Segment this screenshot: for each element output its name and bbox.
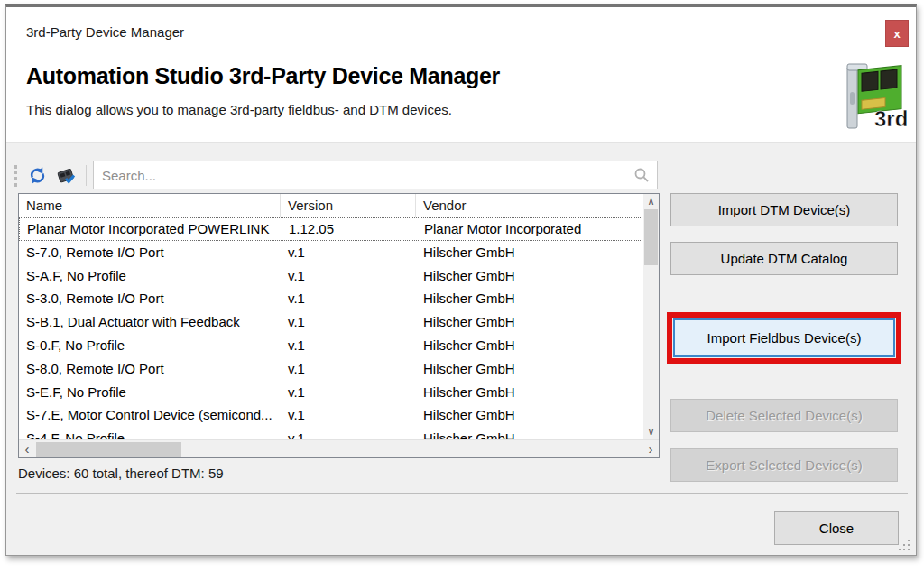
table-row[interactable]: S-7.E, Motor Control Device (semicond...… (19, 403, 642, 427)
table-row[interactable]: S-3.0, Remote I/O Portv.1Hilscher GmbH (19, 287, 642, 310)
cell-version: v.1 (281, 241, 416, 264)
column-header-version[interactable]: Version (281, 194, 416, 217)
scroll-up-icon[interactable]: ∧ (643, 194, 659, 209)
toolbar-grip[interactable] (14, 165, 17, 187)
horizontal-scrollbar[interactable]: ‹ › (19, 439, 659, 457)
page-subtitle: This dialog allows you to manage 3rd-par… (26, 102, 452, 117)
cell-vendor: Hilscher GmbH (416, 403, 642, 427)
column-header-name[interactable]: Name (19, 194, 281, 217)
close-button[interactable]: Close (774, 511, 899, 545)
close-icon: x (893, 27, 900, 41)
3rd-party-card-icon: 3rd (838, 58, 907, 135)
cell-name: S-8.0, Remote I/O Port (19, 357, 281, 381)
cell-name: S-3.0, Remote I/O Port (19, 287, 281, 310)
table-rows: Planar Motor Incorporated POWERLINK1.12.… (19, 217, 642, 439)
vertical-scrollbar-thumb[interactable] (644, 209, 658, 265)
cell-version: v.1 (281, 403, 416, 427)
column-header-vendor[interactable]: Vendor (416, 194, 659, 217)
search-icon (633, 167, 650, 183)
table-row[interactable]: Planar Motor Incorporated POWERLINK1.12.… (19, 217, 642, 241)
device-catalog-icon (55, 164, 77, 186)
table-header: Name Version Vendor (19, 194, 659, 217)
bottom-separator (16, 493, 908, 494)
window-close-button[interactable]: x (885, 20, 909, 47)
cell-name: S-B.1, Dual Actuator with Feedback (19, 310, 281, 334)
cell-version: 1.12.05 (282, 218, 417, 240)
table-row[interactable]: S-E.F, No Profilev.1Hilscher GmbH (19, 381, 642, 404)
cell-version: v.1 (281, 264, 416, 288)
search-input[interactable] (93, 161, 658, 189)
highlight-rectangle: Import Fieldbus Device(s) (667, 312, 901, 364)
table-row[interactable]: S-4.F, No Profilev.1Hilscher GmbH (19, 427, 642, 439)
cell-version: v.1 (281, 334, 416, 357)
cell-name: S-7.0, Remote I/O Port (19, 241, 281, 264)
cell-name: S-0.F, No Profile (19, 334, 281, 357)
cell-name: S-7.E, Motor Control Device (semicond... (19, 403, 281, 427)
cell-vendor: Hilscher GmbH (416, 381, 642, 404)
refresh-icon (28, 166, 47, 185)
cell-vendor: Hilscher GmbH (416, 287, 642, 310)
device-list: Name Version Vendor Planar Motor Incorpo… (18, 193, 660, 458)
svg-text:3rd: 3rd (874, 106, 907, 131)
cell-vendor: Hilscher GmbH (416, 310, 642, 334)
device-manager-dialog: 3rd-Party Device Manager x Automation St… (5, 4, 917, 556)
page-title: Automation Studio 3rd-Party Device Manag… (26, 63, 500, 89)
table-row[interactable]: S-B.1, Dual Actuator with Feedbackv.1Hil… (19, 310, 642, 334)
cell-name: S-4.F, No Profile (19, 427, 281, 439)
cell-version: v.1 (281, 381, 416, 404)
cell-vendor: Hilscher GmbH (416, 357, 642, 381)
table-row[interactable]: S-0.F, No Profilev.1Hilscher GmbH (19, 334, 642, 357)
cell-name: S-E.F, No Profile (19, 381, 281, 404)
table-row[interactable]: S-A.F, No Profilev.1Hilscher GmbH (19, 264, 642, 288)
resize-grip-icon[interactable] (898, 539, 910, 550)
import-fieldbus-button[interactable]: Import Fieldbus Device(s) (673, 318, 895, 357)
table-row[interactable]: S-8.0, Remote I/O Portv.1Hilscher GmbH (19, 357, 642, 381)
vertical-scrollbar[interactable]: ∧ ∨ (643, 194, 659, 439)
delete-selected-button[interactable]: Delete Selected Device(s) (670, 399, 898, 432)
cell-version: v.1 (281, 427, 416, 439)
scroll-right-icon[interactable]: › (642, 440, 659, 457)
cell-vendor: Planar Motor Incorporated (417, 218, 642, 240)
scroll-down-icon[interactable]: ∨ (643, 424, 659, 439)
cell-vendor: Hilscher GmbH (416, 241, 642, 264)
scroll-left-icon[interactable]: ‹ (19, 440, 35, 457)
cell-version: v.1 (281, 357, 416, 381)
window-title: 3rd-Party Device Manager (26, 24, 184, 40)
update-dtm-catalog-button[interactable]: Update DTM Catalog (670, 242, 898, 275)
export-selected-button[interactable]: Export Selected Device(s) (670, 448, 898, 482)
cell-version: v.1 (281, 310, 416, 334)
cell-vendor: Hilscher GmbH (416, 264, 642, 288)
cell-version: v.1 (281, 287, 416, 310)
device-catalog-button[interactable] (53, 161, 79, 189)
table-row[interactable]: S-7.0, Remote I/O Portv.1Hilscher GmbH (19, 241, 642, 264)
cell-name: S-A.F, No Profile (19, 264, 281, 288)
cell-vendor: Hilscher GmbH (416, 427, 642, 439)
toolbar-separator (86, 165, 87, 186)
dialog-body: Name Version Vendor Planar Motor Incorpo… (6, 142, 916, 555)
refresh-button[interactable] (24, 161, 50, 189)
cell-vendor: Hilscher GmbH (416, 334, 642, 357)
horizontal-scrollbar-thumb[interactable] (36, 442, 181, 457)
import-dtm-button[interactable]: Import DTM Device(s) (670, 193, 898, 226)
cell-name: Planar Motor Incorporated POWERLINK (20, 218, 282, 240)
status-text: Devices: 60 total, thereof DTM: 59 (18, 466, 224, 481)
window-titlebar[interactable]: 3rd-Party Device Manager x (6, 7, 916, 51)
